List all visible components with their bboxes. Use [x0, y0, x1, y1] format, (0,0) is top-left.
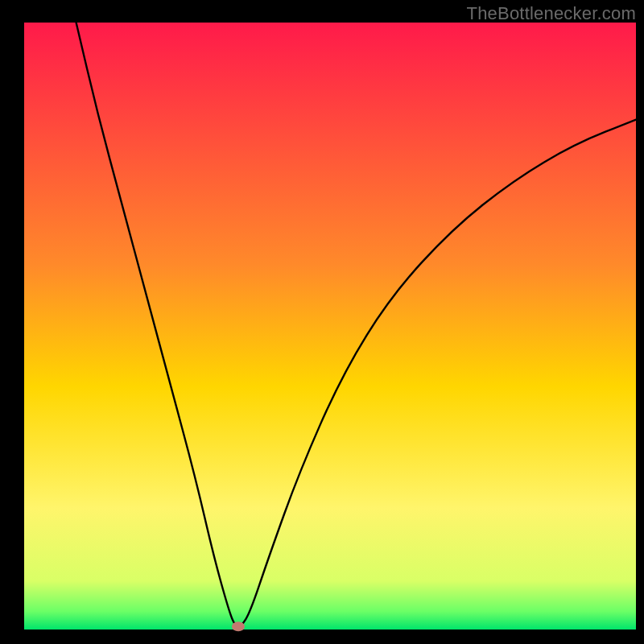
optimal-marker — [232, 621, 245, 631]
plot-background — [24, 23, 636, 630]
bottleneck-chart — [0, 0, 644, 644]
attribution-label: TheBottlenecker.com — [467, 3, 636, 24]
chart-frame: TheBottlenecker.com — [0, 0, 644, 644]
